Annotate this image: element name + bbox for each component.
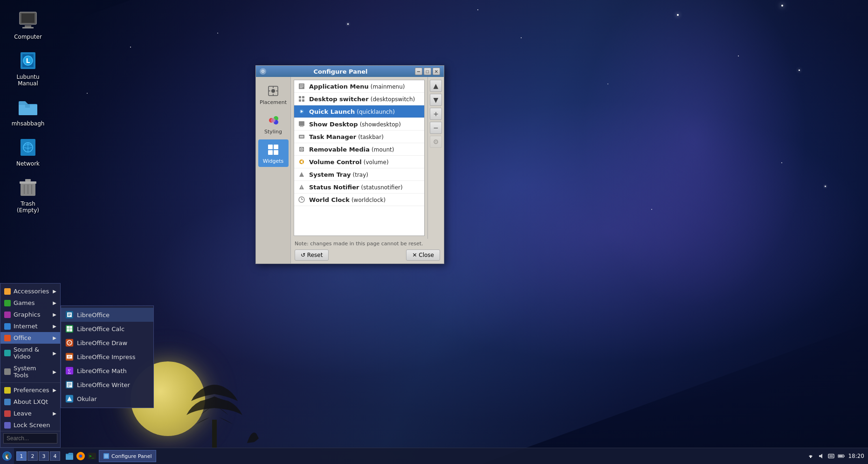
menu-item-accessories[interactable]: Accessories ▶ [0, 285, 60, 297]
sidebar-tab-widgets[interactable]: Widgets [258, 139, 289, 167]
plugin-list: Application Menu (mainmenu) [294, 80, 425, 236]
workspace-2[interactable]: 2 [28, 451, 38, 461]
reset-button[interactable]: ↺ Reset [295, 249, 329, 261]
plugin-application-menu[interactable]: Application Menu (mainmenu) [294, 80, 424, 93]
battery-tray-icon [838, 452, 845, 460]
plugin-volume-icon [298, 158, 305, 166]
taskbar-terminal-icon[interactable]: >_ [87, 451, 97, 461]
menu-item-graphics[interactable]: Graphics ▶ [0, 309, 60, 320]
dialog-content: Placement Styling [256, 77, 444, 263]
menu-item-preferences[interactable]: Preferences ▶ [0, 384, 60, 396]
manual-label: Lubuntu Manual [9, 74, 47, 87]
submenu-item-calc[interactable]: LibreOffice Calc [61, 322, 153, 336]
svg-rect-77 [104, 454, 108, 458]
svg-text:🐧: 🐧 [4, 453, 11, 460]
move-down-button[interactable]: ▼ [430, 94, 442, 106]
desktop-icon-folder[interactable]: mhsabbagh [9, 96, 47, 127]
plugin-task-manager[interactable]: Task Manager (taskbar) [294, 131, 424, 143]
plugin-show-desktop[interactable]: Show Desktop (showdesktop) [294, 118, 424, 131]
dialog-titlebar: ⚙ Configure Panel − □ ✕ [256, 66, 444, 77]
svg-rect-13 [20, 181, 36, 184]
submenu-item-impress[interactable]: LibreOffice Impress [61, 350, 153, 364]
start-button[interactable]: 🐧 [0, 448, 14, 464]
start-menu-icon: 🐧 [2, 451, 12, 461]
internet-icon [4, 323, 11, 330]
taskbar-configure-panel[interactable]: Configure Panel [99, 450, 156, 462]
plugin-showdesktop-icon [298, 120, 305, 128]
plugin-status-icon [298, 183, 305, 191]
widgets-icon [266, 142, 281, 157]
plugin-world-clock[interactable]: World Clock (worldclock) [294, 194, 424, 206]
search-bar [0, 431, 60, 445]
svg-point-33 [271, 89, 275, 93]
math-icon: ∑ [65, 366, 74, 375]
plugin-status-notifier[interactable]: Status Notifier (statusnotifier) [294, 181, 424, 194]
desktop-icon-computer[interactable]: Computer [9, 9, 47, 40]
submenu-item-okular[interactable]: Okular [61, 392, 153, 406]
desktop-icon-manual[interactable]: L Lubuntu Manual [9, 49, 47, 87]
network-icon [17, 136, 39, 159]
search-input[interactable] [3, 433, 57, 443]
menu-item-games[interactable]: Games ▶ [0, 297, 60, 309]
minimize-button[interactable]: − [415, 68, 422, 75]
plugin-volume-control[interactable]: Volume Control (volume) [294, 156, 424, 168]
svg-rect-42 [268, 145, 273, 149]
submenu-arrow: ▶ [53, 289, 56, 294]
menu-item-about[interactable]: About LXQt [0, 396, 60, 408]
move-up-button[interactable]: ▲ [430, 80, 442, 92]
submenu-arrow: ▶ [53, 335, 56, 340]
calc-icon [65, 324, 74, 333]
taskbar-right: 18:20 [803, 448, 868, 464]
sidebar-tab-styling[interactable]: Styling [258, 110, 289, 138]
dialog-title: Configure Panel [269, 68, 412, 75]
desktop: Computer L Lubuntu Manual [0, 0, 868, 464]
submenu-item-draw[interactable]: LibreOffice Draw [61, 336, 153, 350]
plugin-system-tray[interactable]: System Tray (tray) [294, 168, 424, 181]
configure-panel-dialog: ⚙ Configure Panel − □ ✕ [255, 65, 444, 264]
workspace-3[interactable]: 3 [39, 451, 49, 461]
folder-label: mhsabbagh [12, 120, 45, 127]
volume-tray-icon [817, 452, 825, 460]
manual-icon: L [17, 49, 39, 72]
menu-item-internet[interactable]: Internet ▶ [0, 320, 60, 332]
maximize-button[interactable]: □ [424, 68, 431, 75]
submenu-item-writer[interactable]: LibreOffice Writer [61, 378, 153, 392]
plugin-quicklaunch-icon [298, 108, 305, 115]
plugin-taskbar-icon [298, 133, 305, 140]
svg-rect-8 [25, 104, 30, 108]
workspace-4[interactable]: 4 [50, 451, 60, 461]
menu-item-office[interactable]: Office ▶ [0, 332, 60, 344]
taskbar-filemanager-icon[interactable] [64, 451, 75, 461]
desktop-icon-network[interactable]: Network [9, 136, 47, 167]
add-plugin-button[interactable]: + [430, 108, 442, 120]
workspace-1[interactable]: 1 [16, 451, 27, 461]
menu-item-leave[interactable]: Leave ▶ [0, 408, 60, 419]
menu-item-sound-video[interactable]: Sound & Video ▶ [0, 344, 60, 362]
titlebar-buttons: − □ ✕ [415, 68, 440, 75]
plugin-quick-launch[interactable]: Quick Launch (quicklaunch) [294, 105, 424, 118]
svg-rect-56 [300, 126, 303, 127]
sidebar-tab-placement[interactable]: Placement [258, 81, 289, 108]
dialog-title-icon: ⚙ [260, 68, 266, 75]
folder-icon [17, 96, 39, 118]
dialog-main: Application Menu (mainmenu) [291, 77, 444, 263]
plugin-desktop-switcher[interactable]: Desktop switcher (desktopswitch) [294, 93, 424, 105]
plugin-settings-button[interactable]: ⚙ [430, 136, 442, 148]
submenu-arrow: ▶ [53, 388, 56, 393]
svg-point-64 [301, 188, 302, 189]
taskbar-firefox-icon[interactable] [76, 451, 86, 461]
okular-icon [65, 394, 74, 403]
submenu-item-math[interactable]: ∑ LibreOffice Math [61, 364, 153, 378]
menu-item-lockscreen[interactable]: Lock Screen [0, 419, 60, 431]
svg-point-41 [271, 118, 276, 123]
desktop-icon-trash[interactable]: Trash (Empty) [9, 176, 47, 214]
dialog-bottom: Note: changes made in this page cannot b… [291, 239, 444, 263]
plugin-removable-media[interactable]: Removable Media (mount) [294, 143, 424, 156]
workspace-switcher: 1 2 3 4 [14, 448, 62, 464]
submenu-item-libreoffice[interactable]: LibreOffice [61, 308, 153, 322]
menu-item-system-tools[interactable]: System Tools ▶ [0, 362, 60, 381]
remove-plugin-button[interactable]: − [430, 122, 442, 134]
close-button[interactable]: ✕ [433, 68, 440, 75]
close-dialog-button[interactable]: ✕ Close [406, 249, 440, 261]
about-icon [4, 399, 11, 405]
